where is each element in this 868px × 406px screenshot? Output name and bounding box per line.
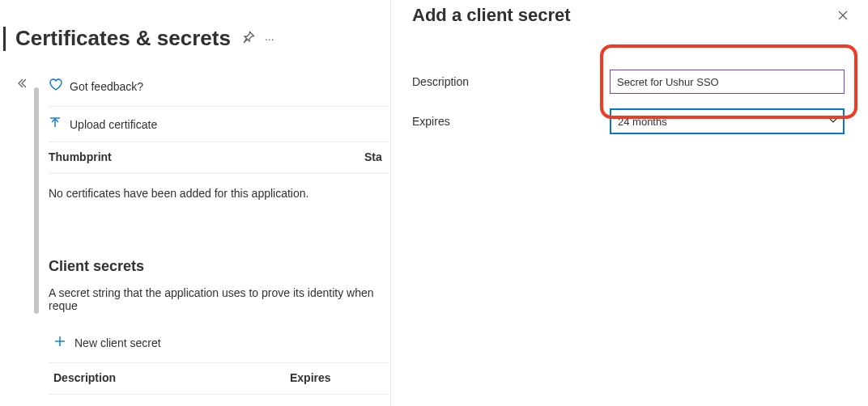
secrets-table-header: Description Expires	[49, 363, 389, 395]
description-input[interactable]	[610, 70, 845, 94]
client-secrets-description: A secret string that the application use…	[49, 275, 389, 312]
new-client-secret-button[interactable]: New client secret	[49, 312, 389, 363]
description-row: Description	[391, 66, 868, 97]
scrollbar[interactable]	[34, 87, 39, 314]
feedback-link[interactable]: Got feedback?	[49, 71, 389, 107]
content-scroll-area: Got feedback? Upload certificate Thumbpr…	[34, 71, 389, 406]
add-secret-panel: Add a client secret Description Expires …	[390, 0, 868, 406]
client-secrets-heading: Client secrets	[49, 200, 389, 275]
new-client-secret-label: New client secret	[74, 336, 161, 349]
feedback-label: Got feedback?	[70, 80, 143, 93]
expires-select[interactable]: 24 months	[610, 108, 845, 134]
main-content: Certificates & secrets ··· Got feedback?	[0, 0, 389, 406]
certificates-empty-message: No certificates have been added for this…	[49, 174, 389, 200]
upload-certificate-label: Upload certificate	[70, 118, 157, 131]
upload-certificate-button[interactable]: Upload certificate	[49, 107, 389, 142]
upload-icon	[49, 116, 62, 132]
page-title-row: Certificates & secrets ···	[0, 0, 389, 57]
plus-icon	[53, 335, 66, 351]
description-label: Description	[412, 75, 610, 88]
certificates-table-header: Thumbprint Sta	[49, 142, 389, 174]
close-icon[interactable]	[837, 5, 849, 24]
collapse-chevron-icon[interactable]	[16, 78, 28, 91]
column-description: Description	[53, 371, 290, 384]
expires-row: Expires 24 months	[391, 105, 868, 137]
page-title: Certificates & secrets	[15, 26, 231, 51]
panel-header: Add a client secret	[391, 0, 868, 45]
more-icon[interactable]: ···	[265, 32, 274, 45]
column-status: Sta	[364, 150, 389, 163]
column-thumbprint: Thumbprint	[49, 150, 364, 163]
title-accent-bar	[3, 27, 6, 51]
heart-icon	[49, 78, 63, 95]
expires-value: 24 months	[618, 116, 667, 128]
expires-label: Expires	[412, 115, 610, 128]
pin-icon[interactable]	[242, 31, 255, 46]
secrets-empty-message: No client secrets have been created for …	[49, 395, 389, 406]
panel-title: Add a client secret	[412, 5, 571, 26]
column-expires: Expires	[290, 371, 389, 384]
